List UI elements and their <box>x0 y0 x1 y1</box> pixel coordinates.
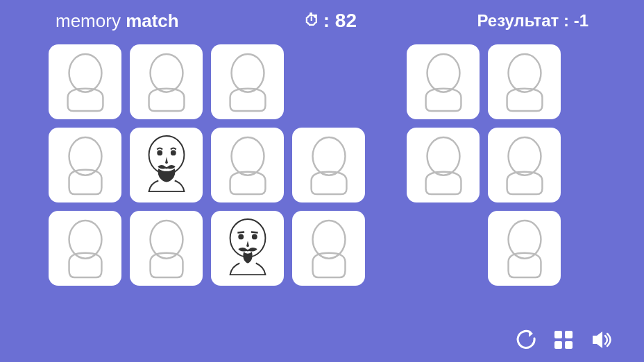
right-grid <box>407 44 561 286</box>
svg-point-2 <box>231 54 264 92</box>
game-grid-container <box>0 32 644 293</box>
svg-point-1 <box>150 54 183 92</box>
header: memory match ⏱ : 82 Результат : -1 <box>0 0 644 32</box>
card-12[interactable] <box>407 44 480 119</box>
svg-point-5 <box>157 150 162 155</box>
svg-point-13 <box>251 234 257 239</box>
card-5-mustache[interactable] <box>130 128 203 202</box>
timer-display: ⏱ : 82 <box>304 10 357 32</box>
svg-rect-22 <box>565 331 573 338</box>
card-6[interactable] <box>211 128 284 202</box>
card-7[interactable] <box>292 128 365 202</box>
clock-icon: ⏱ <box>304 12 319 30</box>
restart-button[interactable] <box>514 327 539 352</box>
svg-rect-23 <box>554 341 562 349</box>
title-bold: match <box>126 10 179 31</box>
score-display: Результат : -1 <box>477 11 588 31</box>
card-2[interactable] <box>211 44 284 119</box>
svg-point-8 <box>312 137 345 175</box>
card-0[interactable] <box>49 44 121 119</box>
left-grid <box>49 44 365 286</box>
card-8[interactable] <box>49 211 121 286</box>
card-15[interactable] <box>488 128 561 202</box>
svg-point-18 <box>508 137 541 175</box>
card-3-empty <box>292 44 365 119</box>
card-14[interactable] <box>407 128 480 202</box>
card-13[interactable] <box>488 44 561 119</box>
card-16-empty <box>407 211 480 286</box>
svg-point-0 <box>69 54 101 92</box>
svg-marker-25 <box>593 331 602 348</box>
card-1[interactable] <box>130 44 203 119</box>
card-10-mustache2[interactable] <box>211 211 284 286</box>
app-title: memory match <box>56 10 179 32</box>
footer-controls <box>514 327 613 352</box>
svg-rect-24 <box>565 341 573 349</box>
svg-marker-20 <box>529 330 533 337</box>
svg-point-6 <box>170 150 176 155</box>
svg-point-7 <box>231 137 264 175</box>
title-normal: memory <box>56 10 126 31</box>
sound-button[interactable] <box>588 327 613 352</box>
svg-point-12 <box>238 234 244 239</box>
svg-point-17 <box>427 137 459 175</box>
card-17[interactable] <box>488 211 561 286</box>
svg-point-11 <box>230 219 265 257</box>
svg-point-15 <box>427 54 459 92</box>
timer-value: : 82 <box>323 10 357 32</box>
card-11[interactable] <box>292 211 365 286</box>
card-4[interactable] <box>49 128 121 202</box>
card-9[interactable] <box>130 211 203 286</box>
grid-button[interactable] <box>551 327 576 352</box>
svg-point-16 <box>508 54 541 92</box>
svg-rect-21 <box>554 331 562 338</box>
